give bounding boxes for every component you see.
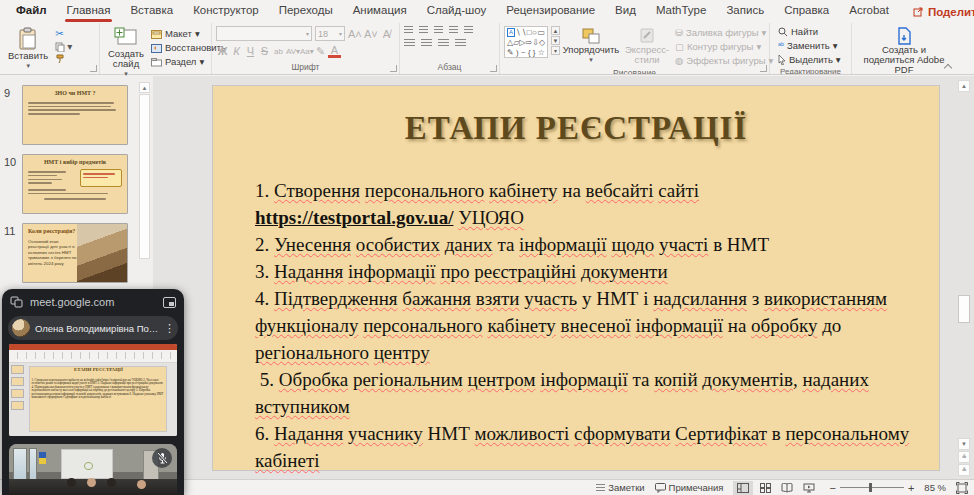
notes-button[interactable]: Заметки <box>596 482 644 493</box>
numbering-button[interactable] <box>419 26 428 35</box>
strikethrough-button[interactable]: S <box>258 45 271 57</box>
copy-button[interactable]: ▾ <box>55 41 72 52</box>
slide-9-thumbnail[interactable]: ЗНО чи НМТ ? <box>22 85 128 145</box>
zoom-out-button[interactable]: − <box>829 482 835 494</box>
new-slide-button[interactable]: Создать слайд▾ <box>104 26 148 80</box>
ribbon-tab[interactable]: Рецензирование <box>496 0 605 23</box>
bullets-button[interactable] <box>404 26 413 35</box>
scrollbar-thumb[interactable] <box>139 94 150 259</box>
clear-formatting-button[interactable]: A̸ <box>380 28 393 40</box>
find-button[interactable]: Найти <box>778 26 818 38</box>
shape-effects-button[interactable]: ◍Эффекты фигуры▾ <box>675 55 773 67</box>
thumbnail-row-9[interactable]: 9 ЗНО чи НМТ ? <box>0 76 153 145</box>
ribbon-tab[interactable]: Файл <box>6 0 57 23</box>
tab-switcher-icon[interactable] <box>10 296 23 308</box>
normal-view-button[interactable] <box>733 481 753 495</box>
next-slide-button[interactable]: ≚ <box>958 464 970 476</box>
arrange-button[interactable]: Упорядочить▾ <box>563 26 619 66</box>
testportal-link[interactable]: https://testportal.gov.ua/ <box>255 207 453 228</box>
italic-button[interactable]: К <box>230 45 243 57</box>
reading-view-button[interactable] <box>777 481 797 495</box>
line-spacing-button[interactable] <box>464 26 473 35</box>
font-color-button[interactable]: А <box>328 44 341 58</box>
scroll-up-button[interactable]: ▲ <box>958 80 970 92</box>
ribbon-tab[interactable]: Конструктор <box>183 0 269 23</box>
clipboard-dialog-launcher[interactable] <box>90 65 97 72</box>
slide-title[interactable]: ЕТАПИ РЕЄСТРАЦІЇ <box>213 110 939 147</box>
ribbon-tab[interactable]: Справка <box>774 0 839 23</box>
grow-font-button[interactable]: A˄ <box>348 28 361 40</box>
paragraph-dialog-launcher[interactable] <box>490 65 497 72</box>
scrollbar-thumb[interactable] <box>958 295 970 323</box>
screen-share-preview[interactable]: ЕТАПИ РЕЄСТРАЦІЇ 1. Створення персональн… <box>9 344 177 436</box>
thumb-callout-box <box>80 169 122 187</box>
comments-button[interactable]: Примечания <box>655 482 724 493</box>
font-dialog-launcher[interactable] <box>390 65 397 72</box>
ribbon-tab[interactable]: Переходы <box>269 0 343 23</box>
paste-button[interactable]: Вставить▾ <box>4 26 52 72</box>
align-center-button[interactable] <box>421 39 432 48</box>
quick-styles-button[interactable]: Экспресс-стили <box>622 26 672 66</box>
highlight-color-button[interactable]: ✎ <box>314 45 327 58</box>
shapes-scroll[interactable]: ▲▼▾ <box>551 26 560 55</box>
align-right-button[interactable] <box>438 39 449 48</box>
bold-button[interactable]: Ж <box>216 45 229 57</box>
ribbon-tab[interactable]: MathType <box>646 0 717 23</box>
arrange-label: Упорядочить <box>563 45 620 55</box>
slide-sorter-view-button[interactable] <box>755 481 775 495</box>
replace-button[interactable]: ᵃᵇЗаменить▾ <box>778 40 837 52</box>
ribbon-tab[interactable]: Анимация <box>343 0 417 23</box>
zoom-slider-thumb[interactable] <box>869 483 872 492</box>
editor-scrollbar[interactable]: ▲ ▼ ≙ ≚ <box>958 80 970 477</box>
slide-list-item: 6. Надання учаснику НМТ можливості сформ… <box>255 420 915 474</box>
ribbon-tab[interactable]: Вставка <box>120 0 183 23</box>
participant-pill[interactable]: Олена Володимирівна Поночовн… ⋮ <box>8 316 178 340</box>
slideshow-view-button[interactable] <box>799 481 819 495</box>
font-name-combo[interactable]: ▾ <box>216 26 312 41</box>
decrease-indent-button[interactable] <box>434 26 443 35</box>
zoom-level[interactable]: 85 % <box>924 482 946 493</box>
drawing-dialog-launcher[interactable] <box>760 65 767 72</box>
create-pdf-button[interactable]: Создать и поделиться Adobe PDF <box>856 26 952 76</box>
mini-thumbnails <box>11 365 24 436</box>
picture-in-picture-icon[interactable] <box>163 297 176 308</box>
thumbnail-row-10[interactable]: 10 НМТ і вибір предметів <box>0 145 153 214</box>
share-button[interactable]: Поделиться <box>899 0 974 23</box>
increase-indent-button[interactable] <box>449 26 458 35</box>
shrink-font-button[interactable]: A˅ <box>364 28 377 40</box>
slide-body-text[interactable]: 1. Створення персонального кабінету на в… <box>255 177 915 474</box>
more-options-icon[interactable]: ⋮ <box>164 322 174 335</box>
shape-fill-button[interactable]: ⛁Заливка фигуры▾ <box>675 27 773 39</box>
find-icon <box>778 27 788 37</box>
previous-slide-button[interactable]: ≙ <box>958 451 970 463</box>
justify-button[interactable] <box>455 39 466 48</box>
thumbnail-row-11[interactable]: 11 Коли реєстрація? Основний етап реєстр… <box>0 214 153 283</box>
scroll-up-button[interactable]: ▲ <box>139 82 150 93</box>
google-meet-overlay[interactable]: meet.google.com Олена Володимирівна Поно… <box>2 289 184 495</box>
select-button[interactable]: Выделить▾ <box>778 54 841 66</box>
ribbon-tab[interactable]: Вид <box>605 0 646 23</box>
cut-button[interactable]: ✂ <box>55 28 72 39</box>
slide-10-thumbnail[interactable]: НМТ і вибір предметів <box>22 154 128 214</box>
scroll-down-button[interactable]: ▼ <box>958 438 970 450</box>
zoom-slider[interactable]: − + <box>829 482 914 494</box>
zoom-in-button[interactable]: + <box>908 482 914 494</box>
slide-11-thumbnail[interactable]: Коли реєстрація? Основний етап реєстраці… <box>22 223 128 283</box>
ribbon-tab[interactable]: Acrobat <box>839 0 899 23</box>
underline-button[interactable]: Ч <box>244 45 257 57</box>
fit-to-window-button[interactable] <box>956 482 968 494</box>
text-shadow-button[interactable]: ab <box>272 47 285 56</box>
ribbon-tab[interactable]: Главная <box>57 0 121 23</box>
align-left-button[interactable] <box>404 39 415 48</box>
ribbon-tab[interactable]: Запись <box>716 0 774 23</box>
meet-title-bar[interactable]: meet.google.com <box>2 289 184 315</box>
font-size-combo[interactable]: 18▾ <box>315 26 345 41</box>
ribbon-tab[interactable]: Слайд-шоу <box>417 0 497 23</box>
shape-outline-button[interactable]: ▢Контур фигуры▾ <box>675 41 773 53</box>
classroom-video-tile[interactable] <box>9 444 177 495</box>
shapes-gallery[interactable]: A∖∖□○▭ △▱▷⇨⇩◇ ✎)~{}☆ <box>504 26 548 58</box>
format-painter-button[interactable] <box>55 54 72 64</box>
slide-editor[interactable]: ЕТАПИ РЕЄСТРАЦІЇ 1. Створення персональн… <box>212 85 940 471</box>
character-spacing-button[interactable]: AV▾ <box>286 47 299 56</box>
change-case-button[interactable]: Aa▾ <box>300 47 313 56</box>
